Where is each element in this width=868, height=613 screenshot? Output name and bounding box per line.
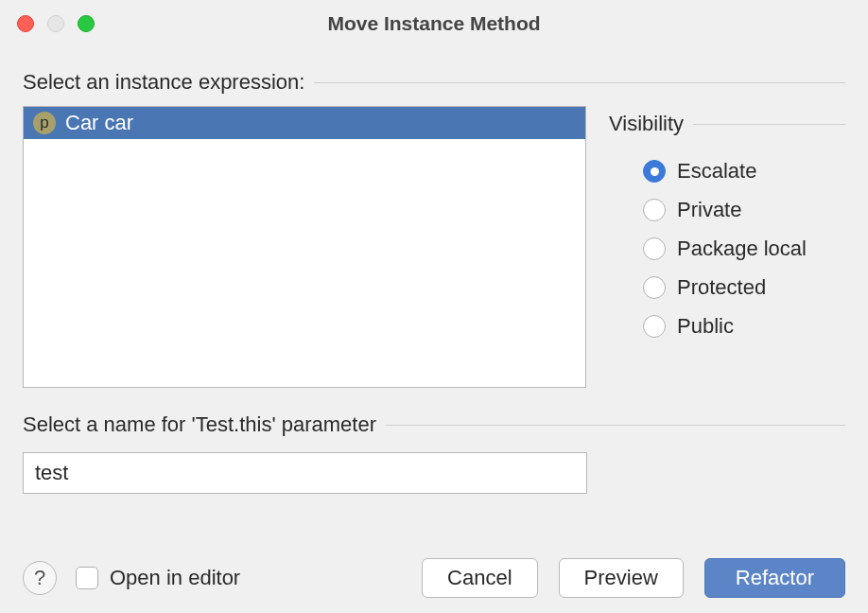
- main-row: p Car car Visibility Escalate: [23, 106, 845, 388]
- instance-section-label: Select an instance expression:: [23, 70, 304, 95]
- cancel-button[interactable]: Cancel: [422, 558, 537, 598]
- radio-label: Private: [677, 198, 741, 222]
- dialog-window: Move Instance Method Select an instance …: [0, 0, 868, 613]
- button-group: Cancel Preview Refactor: [422, 558, 845, 598]
- checkbox-icon: [76, 567, 98, 589]
- minimize-window-button[interactable]: [47, 15, 64, 32]
- instance-listbox[interactable]: p Car car: [23, 106, 586, 388]
- instance-section-header: Select an instance expression:: [23, 70, 845, 95]
- separator: [314, 82, 845, 83]
- radio-label: Package local: [677, 236, 807, 261]
- radio-public[interactable]: Public: [643, 314, 845, 339]
- preview-button[interactable]: Preview: [559, 558, 684, 598]
- separator: [386, 425, 845, 426]
- radio-icon: [643, 315, 666, 338]
- radio-private[interactable]: Private: [643, 198, 845, 222]
- visibility-header: Visibility: [609, 112, 845, 136]
- checkbox-label: Open in editor: [110, 566, 240, 590]
- dialog-footer: ? Open in editor Cancel Preview Refactor: [23, 558, 845, 598]
- help-icon: ?: [34, 566, 45, 590]
- parameter-icon: p: [33, 112, 56, 134]
- parameter-section: Select a name for 'Test.this' parameter: [23, 412, 845, 494]
- radio-label: Public: [677, 314, 734, 339]
- parameter-name-input[interactable]: [23, 452, 587, 494]
- visibility-label: Visibility: [609, 112, 684, 136]
- window-title: Move Instance Method: [17, 12, 851, 35]
- zoom-window-button[interactable]: [78, 15, 95, 32]
- close-window-button[interactable]: [17, 15, 34, 32]
- left-column: p Car car: [23, 106, 586, 388]
- refactor-button[interactable]: Refactor: [704, 558, 845, 598]
- radio-package-local[interactable]: Package local: [643, 236, 845, 261]
- radio-icon: [643, 237, 666, 260]
- separator: [693, 124, 845, 125]
- radio-icon: [643, 199, 666, 221]
- dialog-content: Select an instance expression: p Car car…: [0, 47, 868, 494]
- list-item-label: Car car: [65, 111, 133, 135]
- parameter-label: Select a name for 'Test.this' parameter: [23, 412, 376, 437]
- radio-escalate[interactable]: Escalate: [643, 159, 845, 184]
- visibility-radio-group: Escalate Private Package local Protected: [609, 159, 845, 339]
- traffic-lights: [17, 15, 95, 32]
- titlebar: Move Instance Method: [0, 0, 868, 47]
- radio-label: Escalate: [677, 159, 756, 184]
- radio-protected[interactable]: Protected: [643, 275, 845, 300]
- open-in-editor-checkbox[interactable]: Open in editor: [76, 566, 240, 590]
- radio-icon: [643, 276, 666, 299]
- radio-icon: [643, 160, 666, 183]
- radio-label: Protected: [677, 275, 766, 300]
- help-button[interactable]: ?: [23, 561, 57, 595]
- list-item[interactable]: p Car car: [24, 107, 585, 139]
- visibility-column: Visibility Escalate Private Package loca…: [609, 106, 845, 388]
- parameter-header: Select a name for 'Test.this' parameter: [23, 412, 845, 437]
